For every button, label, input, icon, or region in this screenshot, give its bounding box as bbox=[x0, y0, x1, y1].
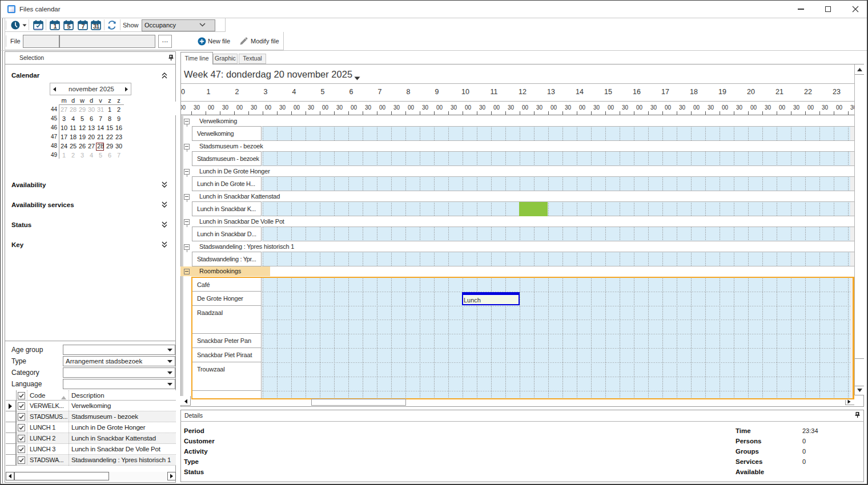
svg-text:7: 7 bbox=[82, 23, 85, 30]
svg-text:1: 1 bbox=[54, 23, 57, 30]
svg-text:31: 31 bbox=[93, 23, 99, 30]
svg-text:5: 5 bbox=[67, 23, 71, 30]
